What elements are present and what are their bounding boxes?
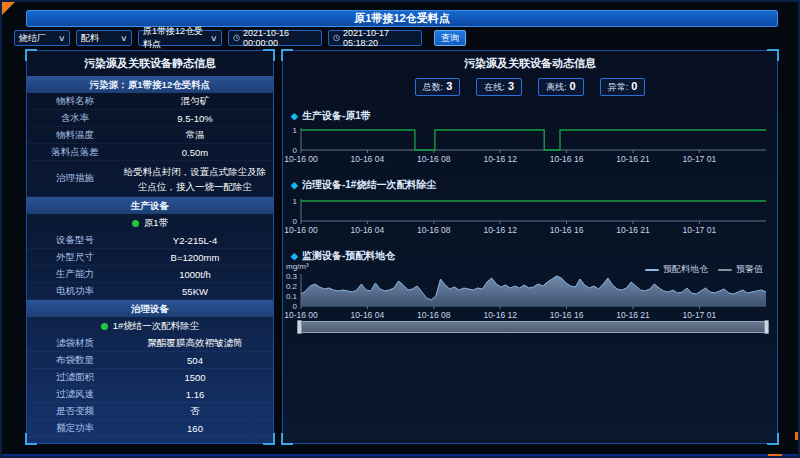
clock-icon xyxy=(233,34,240,42)
panel-corner-icon xyxy=(281,433,293,445)
query-button[interactable]: 查询 xyxy=(434,30,466,46)
x-axis-label: 10-16 16 xyxy=(550,310,584,320)
x-axis-label: 10-16 16 xyxy=(550,154,584,164)
info-value: 1000t/h xyxy=(123,269,273,280)
info-value: 混匀矿 xyxy=(123,95,273,108)
static-panel-title: 污染源及关联设备静态信息 xyxy=(27,51,273,76)
info-value: 1.16 xyxy=(123,389,273,400)
badge-value: 0 xyxy=(631,80,637,92)
x-axis-label: 10-16 21 xyxy=(616,310,650,320)
info-value: 聚酯覆膜高效褶皱滤筒 xyxy=(123,337,273,350)
production-chart-header: ◆ 生产设备-原1带 xyxy=(291,109,371,123)
scrollbar-right-handle[interactable] xyxy=(764,320,769,334)
section-band: 污染源：原1带接12仓受料点 xyxy=(27,76,273,93)
x-axis-label: 10-16 12 xyxy=(483,154,517,164)
badge-label: 异常: xyxy=(608,81,629,94)
status-line xyxy=(301,130,766,150)
production-status-chart: 10-16 0010-16 0410-16 0810-16 1210-16 16… xyxy=(283,124,777,168)
info-label: 物料温度 xyxy=(27,129,123,142)
bottom-border-accent xyxy=(2,454,798,456)
info-label: 设备型号 xyxy=(27,234,123,247)
info-value: 常温 xyxy=(123,129,273,142)
section-band: 生产设备 xyxy=(27,197,273,214)
status-badge: 离线:0 xyxy=(538,78,584,96)
info-row: 设备型号Y2-215L-4 xyxy=(27,232,273,249)
diamond-icon: ◆ xyxy=(291,180,298,190)
x-axis-label: 10-16 00 xyxy=(284,154,318,164)
orange-dash-accent xyxy=(768,454,782,456)
info-row: 含水率9.5-10% xyxy=(27,110,273,127)
x-axis-label: 10-16 12 xyxy=(483,225,517,235)
info-row: 治理措施给受料点封闭，设置点式除尘及除尘点位，接入一烧一配除尘 xyxy=(27,161,273,197)
status-badge: 在线:3 xyxy=(476,78,522,96)
static-info-panel: 污染源及关联设备静态信息 污染源：原1带接12仓受料点物料名称混匀矿含水率9.5… xyxy=(26,50,274,444)
status-badge: 总数:3 xyxy=(415,78,461,96)
status-badge: 异常:0 xyxy=(600,78,646,96)
time-range-scrollbar[interactable] xyxy=(298,321,768,333)
info-label: 滤袋材质 xyxy=(27,337,123,350)
info-row: 滤袋材质聚酯覆膜高效褶皱滤筒 xyxy=(27,335,273,352)
treatment-chart-title: 治理设备-1#烧结一次配料除尘 xyxy=(302,178,436,192)
info-value: 160 xyxy=(123,423,273,434)
info-label: 布袋数量 xyxy=(27,354,123,367)
x-axis-label: 10-16 04 xyxy=(351,154,385,164)
status-badges: 总数:3在线:3离线:0异常:0 xyxy=(283,78,777,96)
info-label: 物料名称 xyxy=(27,95,123,108)
badge-value: 3 xyxy=(446,80,452,92)
x-axis-label: 10-16 08 xyxy=(417,310,451,320)
dynamic-info-panel: 污染源及关联设备动态信息 总数:3在线:3离线:0异常:0 ◆ 生产设备-原1带… xyxy=(282,50,778,444)
process-select[interactable]: 配料 ∨ xyxy=(76,30,132,46)
panel-corner-icon xyxy=(263,49,275,61)
x-axis-label: 10-16 04 xyxy=(351,310,385,320)
badge-label: 在线: xyxy=(484,81,505,94)
badge-label: 离线: xyxy=(546,81,567,94)
info-row: 外型尺寸B=1200mm xyxy=(27,249,273,266)
info-label: 外型尺寸 xyxy=(27,251,123,264)
info-row: 生产能力1000t/h xyxy=(27,266,273,283)
x-axis-label: 10-16 16 xyxy=(550,225,584,235)
badge-label: 总数: xyxy=(423,81,444,94)
dynamic-panel-title: 污染源及关联设备动态信息 xyxy=(283,51,777,76)
x-axis-label: 10-17 01 xyxy=(683,154,717,164)
plant-select[interactable]: 烧结厂 ∨ xyxy=(14,30,70,46)
orange-tick-accent xyxy=(795,432,798,440)
x-axis-label: 10-16 21 xyxy=(616,225,650,235)
panel-corner-icon xyxy=(25,49,37,61)
dashboard: 原1带接12仓受料点 烧结厂 ∨ 配料 ∨ 原1带接12仓受料点 ∨ 2021-… xyxy=(0,0,800,458)
y-axis-label: 0 xyxy=(293,146,298,155)
status-dot-icon xyxy=(132,220,139,227)
badge-value: 0 xyxy=(570,80,576,92)
scrollbar-left-handle[interactable] xyxy=(297,320,302,334)
y-axis-label: 0 xyxy=(293,217,298,226)
x-axis-label: 10-16 12 xyxy=(483,310,517,320)
corner-accent-icon xyxy=(2,2,15,15)
treatment-status-chart: 10-16 0010-16 0410-16 0810-16 1210-16 16… xyxy=(283,195,777,239)
toolbar: 烧结厂 ∨ 配料 ∨ 原1带接12仓受料点 ∨ 2021-10-16 00:00… xyxy=(14,30,466,46)
info-label: 过滤风速 xyxy=(27,388,123,401)
treatment-chart-header: ◆ 治理设备-1#烧结一次配料除尘 xyxy=(291,178,436,192)
x-axis-label: 10-16 00 xyxy=(284,225,318,235)
x-axis-label: 10-16 21 xyxy=(616,154,650,164)
info-row: 过滤风速1.16 xyxy=(27,386,273,403)
info-label: 生产能力 xyxy=(27,268,123,281)
point-select-value: 原1带接12仓受料点 xyxy=(143,25,211,51)
y-axis-label: 0 xyxy=(293,302,298,311)
plant-select-value: 烧结厂 xyxy=(19,32,46,45)
info-label: 治理措施 xyxy=(27,172,123,185)
y-axis-label: 1 xyxy=(293,197,298,206)
start-datetime-input[interactable]: 2021-10-16 00:00:00 xyxy=(228,30,322,46)
point-select[interactable]: 原1带接12仓受料点 ∨ xyxy=(138,30,222,46)
clock-icon xyxy=(333,34,340,42)
info-label: 含水率 xyxy=(27,112,123,125)
info-row: 电机功率55KW xyxy=(27,283,273,300)
info-value: 9.5-10% xyxy=(123,113,273,124)
dust-concentration-chart: mg/m³10-16 0010-16 0410-16 0810-16 1210-… xyxy=(283,260,777,326)
info-row: 物料名称混匀矿 xyxy=(27,93,273,110)
info-label: 额定功率 xyxy=(27,422,123,435)
end-datetime-input[interactable]: 2021-10-17 05:18:20 xyxy=(328,30,422,46)
diamond-icon: ◆ xyxy=(291,111,298,121)
info-value: 0.50m xyxy=(123,147,273,158)
x-axis-label: 10-16 04 xyxy=(351,225,385,235)
info-value: B=1200mm xyxy=(123,252,273,263)
info-row: 物料温度常温 xyxy=(27,127,273,144)
